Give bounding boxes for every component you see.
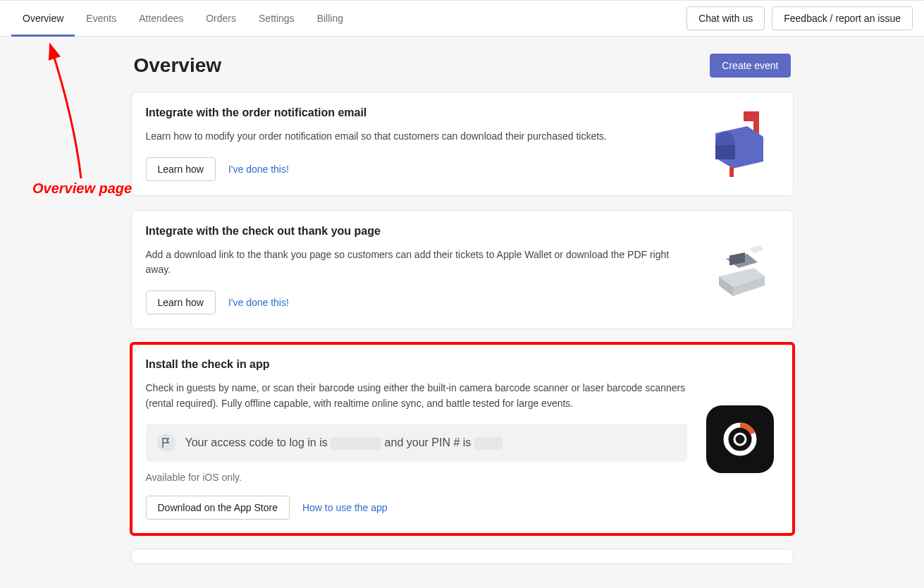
- learn-how-button[interactable]: Learn how: [146, 157, 216, 181]
- how-to-use-link[interactable]: How to use the app: [302, 502, 388, 513]
- create-event-button[interactable]: Create event: [710, 54, 790, 78]
- card-description: Learn how to modify your order notificat…: [146, 129, 687, 145]
- tab-billing[interactable]: Billing: [306, 1, 355, 36]
- svg-point-6: [734, 434, 746, 445]
- pin-redacted: [474, 437, 503, 450]
- flag-icon: [157, 434, 175, 452]
- access-code-banner: Your access code to log in is and your P…: [146, 424, 687, 462]
- tab-overview[interactable]: Overview: [11, 1, 75, 36]
- card-title: Integrate with the check out thank you p…: [146, 225, 687, 238]
- card-actions: Learn how I've done this!: [146, 290, 687, 314]
- tab-settings[interactable]: Settings: [247, 1, 306, 36]
- card-title: Integrate with the order notification em…: [146, 106, 687, 119]
- page-content: Overview Create event Integrate with the…: [131, 37, 794, 588]
- banner-text-pre: Your access code to log in is: [185, 436, 331, 448]
- ios-only-note: Available for iOS only.: [146, 472, 687, 483]
- done-link[interactable]: I've done this!: [228, 297, 289, 308]
- banner-text-mid: and your PIN # is: [385, 436, 474, 448]
- card-partial: [131, 549, 794, 564]
- card-body: Integrate with the order notification em…: [146, 106, 687, 181]
- chat-button[interactable]: Chat with us: [686, 6, 765, 30]
- register-icon: [701, 225, 779, 314]
- feedback-button[interactable]: Feedback / report an issue: [772, 6, 913, 30]
- tab-orders[interactable]: Orders: [195, 1, 247, 36]
- tab-events[interactable]: Events: [75, 1, 128, 36]
- card-description: Check in guests by name, or scan their b…: [146, 381, 687, 411]
- annotation-label: Overview page: [32, 180, 132, 197]
- card-checkin-app: Install the check in app Check in guests…: [131, 343, 794, 534]
- app-icon: [701, 358, 779, 520]
- access-code-text: Your access code to log in is and your P…: [185, 436, 503, 450]
- card-body: Install the check in app Check in guests…: [146, 358, 687, 520]
- card-body: Integrate with the check out thank you p…: [146, 225, 687, 314]
- svg-rect-1: [744, 111, 759, 121]
- page-header: Overview Create event: [131, 54, 794, 78]
- svg-rect-3: [729, 167, 734, 177]
- tab-attendees[interactable]: Attendees: [128, 1, 195, 36]
- mailbox-icon: [701, 106, 779, 181]
- download-appstore-button[interactable]: Download on the App Store: [146, 496, 290, 520]
- done-link[interactable]: I've done this!: [228, 164, 289, 175]
- nav-tabs: Overview Events Attendees Orders Setting…: [11, 1, 355, 36]
- card-actions: Learn how I've done this!: [146, 157, 687, 181]
- page-title: Overview: [134, 54, 222, 77]
- topbar-actions: Chat with us Feedback / report an issue: [686, 6, 913, 30]
- learn-how-button[interactable]: Learn how: [146, 290, 216, 314]
- card-actions: Download on the App Store How to use the…: [146, 496, 687, 520]
- card-title: Install the check in app: [146, 358, 687, 371]
- card-description: Add a download link to the thank you pag…: [146, 247, 687, 278]
- access-code-redacted: [331, 437, 381, 450]
- card-thankyou-integration: Integrate with the check out thank you p…: [131, 210, 794, 329]
- annotation-arrow: [42, 41, 106, 182]
- topbar: Overview Events Attendees Orders Setting…: [0, 0, 924, 37]
- card-email-integration: Integrate with the order notification em…: [131, 92, 794, 196]
